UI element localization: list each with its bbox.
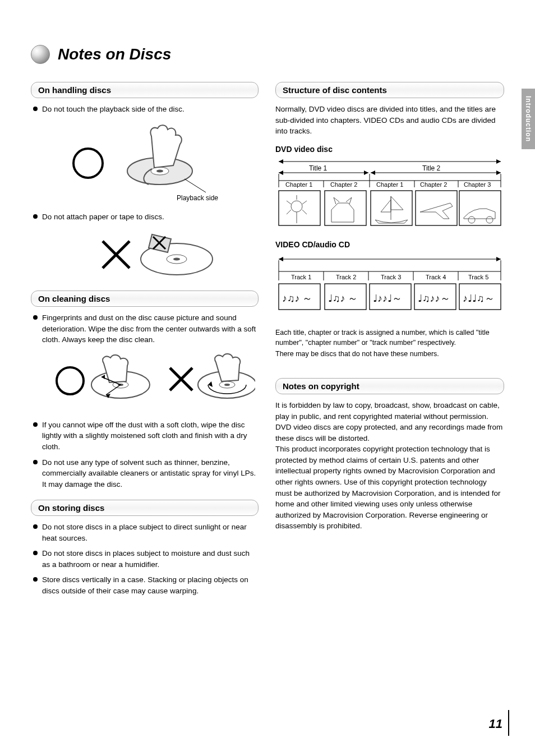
svg-rect-50 <box>325 191 366 225</box>
svg-text:♩♪♪♩～: ♩♪♪♩～ <box>373 293 402 304</box>
svg-text:Chapter 1: Chapter 1 <box>376 181 403 188</box>
section-structure-header: Structure of disc contents <box>275 82 504 98</box>
playback-side-label: Playback side <box>177 194 218 202</box>
section-copyright-header: Notes on copyright <box>275 378 504 394</box>
svg-marker-34 <box>371 170 375 175</box>
figure-hold-disc: Playback side <box>31 119 259 204</box>
cleaning-list-2: If you cannot wipe off the dust with a s… <box>31 420 259 490</box>
svg-text:Chapter 1: Chapter 1 <box>285 181 312 188</box>
handling-list-2: Do not attach paper or tape to discs. <box>31 211 259 223</box>
storing-list: Do not store discs in a place subject to… <box>31 522 259 596</box>
svg-marker-60 <box>279 257 283 261</box>
svg-point-0 <box>73 149 103 178</box>
handling-list: Do not touch the playback side of the di… <box>31 104 259 115</box>
storing-item-1: Do not store discs in a place subject to… <box>33 522 259 543</box>
svg-text:Track 5: Track 5 <box>468 274 488 280</box>
svg-rect-49 <box>279 191 320 225</box>
right-column: Structure of disc contents Normally, DVD… <box>275 76 504 601</box>
structure-para3: There may be discs that do not have thes… <box>275 349 504 359</box>
svg-text:Chapter 2: Chapter 2 <box>330 181 357 188</box>
page-title-row: Notes on Discs <box>31 45 504 64</box>
svg-point-12 <box>57 367 84 394</box>
storing-item-2: Do not store discs in places subject to … <box>33 548 259 570</box>
svg-point-24 <box>224 384 230 386</box>
svg-marker-30 <box>279 170 283 175</box>
svg-marker-61 <box>496 257 501 261</box>
svg-marker-28 <box>496 159 501 164</box>
copyright-body: It is forbidden by law to copy, broadcas… <box>275 400 504 532</box>
page-root: Introduction Notes on Discs On handling … <box>0 0 535 756</box>
dvd-label: DVD video disc <box>275 145 504 154</box>
handling-item-1: Do not touch the playback side of the di… <box>33 104 259 115</box>
svg-marker-31 <box>364 170 368 175</box>
page-number: 11 <box>489 717 502 731</box>
dvd-diagram: Title 1 Title 2 Chapter 1 Chapter 2 <box>275 156 504 232</box>
hold-disc-icon: Playback side <box>64 119 227 204</box>
svg-text:Title 2: Title 2 <box>422 164 441 172</box>
figure-wipe <box>31 350 259 412</box>
two-column-layout: On handling discs Do not touch the playb… <box>31 76 504 601</box>
structure-para2: Each title, chapter or track is assigned… <box>275 328 504 348</box>
svg-text:♪♩♩♫～: ♪♩♩♫～ <box>463 293 495 304</box>
svg-marker-35 <box>496 170 501 175</box>
svg-text:Track 1: Track 1 <box>291 274 311 280</box>
no-tape-icon <box>98 227 222 283</box>
svg-marker-27 <box>279 159 283 164</box>
svg-text:Title 1: Title 1 <box>309 164 328 172</box>
cleaning-item-2: If you cannot wipe off the dust with a s… <box>33 420 259 453</box>
svg-point-3 <box>156 169 163 172</box>
page-number-bar <box>508 710 509 736</box>
figure-no-tape <box>31 227 259 283</box>
svg-point-9 <box>173 258 180 261</box>
cd-label: VIDEO CD/audio CD <box>275 240 504 249</box>
svg-text:♩♫♪♪～: ♩♫♪♪～ <box>418 293 450 304</box>
cleaning-item-1: Fingerprints and dust on the disc cause … <box>33 312 259 345</box>
section-handling-header: On handling discs <box>31 82 259 98</box>
side-tab-introduction: Introduction <box>522 89 535 149</box>
svg-text:♪♫♪ ～: ♪♫♪ ～ <box>282 293 312 304</box>
svg-text:Chapter 2: Chapter 2 <box>420 181 447 188</box>
svg-rect-52 <box>416 191 457 225</box>
wipe-disc-icon <box>48 350 255 412</box>
dvd-structure-icon: Title 1 Title 2 Chapter 1 Chapter 2 <box>275 156 504 230</box>
section-storing-header: On storing discs <box>31 500 259 516</box>
cd-structure-icon: Track 1 Track 2 Track 3 Track 4 Track 5 <box>275 251 504 321</box>
svg-text:Track 3: Track 3 <box>381 274 401 280</box>
svg-line-4 <box>185 179 206 192</box>
svg-text:Chapter 3: Chapter 3 <box>464 181 491 188</box>
cleaning-item-3: Do not use any type of solvent such as t… <box>33 457 259 490</box>
handling-item-2: Do not attach paper or tape to discs. <box>33 211 259 223</box>
storing-item-3: Store discs vertically in a case. Stacki… <box>33 574 259 596</box>
svg-text:Track 2: Track 2 <box>336 274 356 280</box>
svg-rect-53 <box>459 191 501 225</box>
sphere-icon <box>31 45 50 64</box>
section-cleaning-header: On cleaning discs <box>31 291 259 307</box>
left-column: On handling discs Do not touch the playb… <box>31 76 259 601</box>
structure-intro: Normally, DVD video discs are divided in… <box>275 104 504 137</box>
svg-text:Track 4: Track 4 <box>426 274 446 280</box>
page-title: Notes on Discs <box>58 45 171 63</box>
cd-diagram: Track 1 Track 2 Track 3 Track 4 Track 5 <box>275 251 504 323</box>
cleaning-list: Fingerprints and dust on the disc cause … <box>31 312 259 345</box>
svg-text:♩♫♪ ～: ♩♫♪ ～ <box>328 293 358 304</box>
